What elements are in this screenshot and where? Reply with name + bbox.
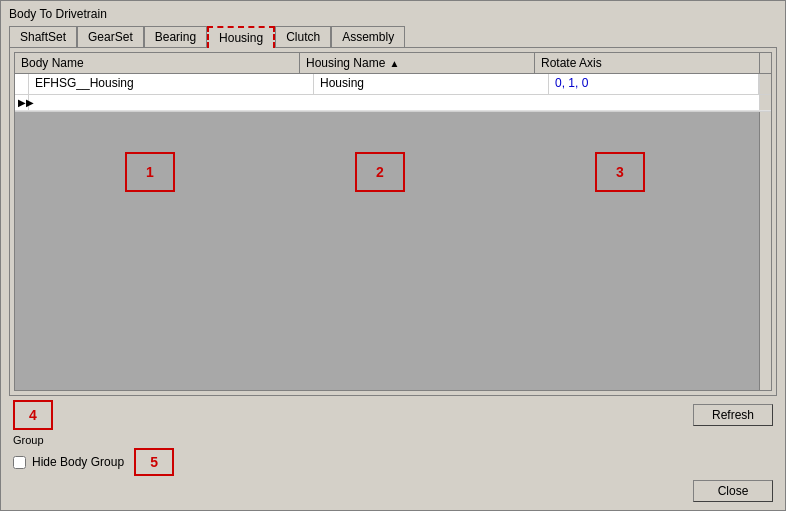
col-header-body-name[interactable]: Body Name	[15, 53, 300, 73]
row-indicator: ▶▶	[15, 95, 771, 111]
group-label: Group	[13, 434, 773, 446]
close-row: Close	[13, 480, 773, 502]
tab-gearset[interactable]: GearSet	[77, 26, 144, 48]
window-title: Body To Drivetrain	[9, 7, 107, 21]
hide-body-group-label: Hide Body Group	[32, 455, 124, 469]
col-header-rotate-axis[interactable]: Rotate Axis	[535, 53, 759, 73]
group-section: Group Hide Body Group 5	[13, 434, 773, 476]
tab-bar: ShaftSet GearSet Bearing Housing Clutch …	[5, 25, 781, 47]
hide-body-group-row: Hide Body Group 5	[13, 448, 773, 476]
sort-arrow-icon: ▲	[389, 58, 399, 69]
refresh-row: 4 Refresh	[13, 400, 773, 430]
cell-housing-name: Housing	[314, 74, 549, 94]
bottom-section: 4 Refresh Group Hide Body Group 5 Close	[5, 396, 781, 506]
annotation-box-4: 4	[13, 400, 53, 430]
data-table: Body Name Housing Name ▲ Rotate Axis EFH…	[14, 52, 772, 391]
tab-clutch[interactable]: Clutch	[275, 26, 331, 48]
table-rows-wrapper: EFHSG__Housing Housing 0, 1, 0 ▶▶	[15, 74, 771, 112]
tab-housing[interactable]: Housing	[207, 26, 275, 48]
scrollbar-vertical[interactable]	[759, 112, 771, 390]
cell-body-name: EFHSG__Housing	[29, 74, 314, 94]
tab-bearing[interactable]: Bearing	[144, 26, 207, 48]
title-bar: Body To Drivetrain	[5, 5, 781, 25]
table-header: Body Name Housing Name ▲ Rotate Axis	[15, 53, 771, 74]
cell-rotate-axis: 0, 1, 0	[549, 74, 759, 94]
tab-shaftset[interactable]: ShaftSet	[9, 26, 77, 48]
annotation-box-3: 3	[595, 152, 645, 192]
annotation-box-5: 5	[134, 448, 174, 476]
annotation-box-2: 2	[355, 152, 405, 192]
col-header-housing-name[interactable]: Housing Name ▲	[300, 53, 535, 73]
tab-assembly[interactable]: Assembly	[331, 26, 405, 48]
refresh-button[interactable]: Refresh	[693, 404, 773, 426]
close-button[interactable]: Close	[693, 480, 773, 502]
table-row[interactable]: EFHSG__Housing Housing 0, 1, 0	[15, 74, 771, 95]
annotation-box-1: 1	[125, 152, 175, 192]
hide-body-group-checkbox[interactable]	[13, 456, 26, 469]
content-area: Body Name Housing Name ▲ Rotate Axis EFH…	[9, 47, 777, 396]
table-body-area: 1 2 3	[15, 112, 771, 390]
main-window: Body To Drivetrain ShaftSet GearSet Bear…	[0, 0, 786, 511]
